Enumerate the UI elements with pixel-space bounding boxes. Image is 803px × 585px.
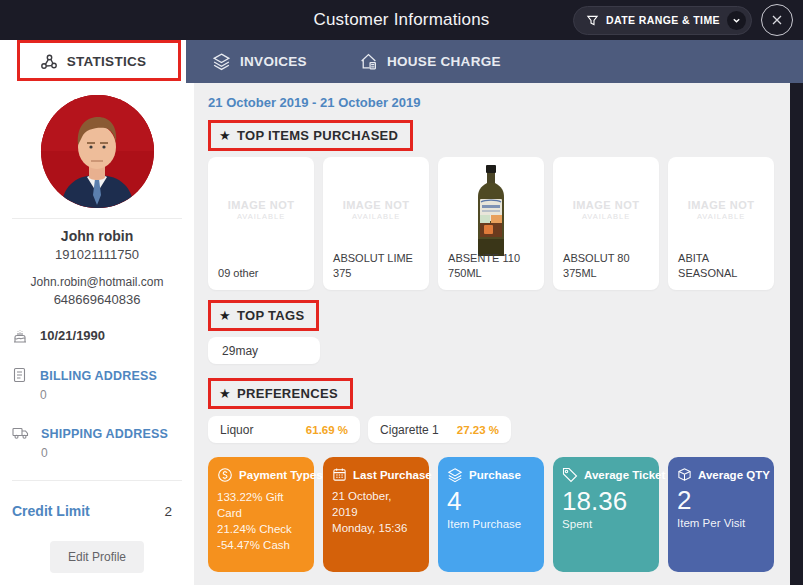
calendar-icon xyxy=(332,467,347,482)
stat-card-title: Payment Types xyxy=(239,469,323,481)
stat-line: -54.47% Cash xyxy=(217,537,305,553)
stat-card-title: Purchase xyxy=(469,469,521,481)
credit-limit-value: 2 xyxy=(165,504,173,519)
cake-icon xyxy=(12,328,28,344)
layers-icon xyxy=(447,467,463,483)
top-item-card[interactable]: IMAGE NOT AVAILABLE 09 other xyxy=(208,157,314,290)
customer-id: 191021111750 xyxy=(0,247,194,262)
annotation-box-preferences: ★ PREFERENCES xyxy=(208,378,353,409)
truck-icon xyxy=(12,425,29,440)
credit-limit-label: Credit Limit xyxy=(12,503,90,519)
item-name: 09 other xyxy=(218,266,308,280)
filter-icon xyxy=(586,14,599,27)
tab-bar: STATISTICS INVOICES HOUSE CHARGE xyxy=(0,40,803,83)
avatar xyxy=(41,95,154,208)
average-qty-card: Average QTY 2 Item Per Visit xyxy=(668,457,774,572)
network-icon xyxy=(40,53,58,71)
divider xyxy=(12,480,182,481)
stat-sublabel: Item Purchase xyxy=(447,518,535,530)
customer-informations-modal: Customer Informations DATE RANGE & TIME xyxy=(0,0,803,585)
preference-name: Cigarette 1 xyxy=(380,423,439,437)
customer-name: John robin xyxy=(0,228,194,244)
stat-line: Monday, 15:36 xyxy=(332,520,420,536)
image-not-available-placeholder: IMAGE NOT AVAILABLE xyxy=(668,199,774,221)
preference-percent: 27.23 % xyxy=(457,424,499,436)
stat-sublabel: Item Per Visit xyxy=(677,517,765,529)
tab-statistics[interactable]: STATISTICS xyxy=(0,40,186,83)
house-icon xyxy=(359,52,378,71)
last-purchase-card: Last Purchase 21 October, 2019 Monday, 1… xyxy=(323,457,429,572)
tab-label: HOUSE CHARGE xyxy=(387,54,501,69)
customer-email: John.robin@hotmail.com xyxy=(0,275,194,289)
edit-profile-button[interactable]: Edit Profile xyxy=(50,541,144,573)
stat-line: 21.24% Check xyxy=(217,521,305,537)
shipping-address-value: 0 xyxy=(41,446,168,460)
stat-card-title: Average Ticket xyxy=(584,469,665,481)
close-icon xyxy=(770,13,784,27)
modal-header: Customer Informations DATE RANGE & TIME xyxy=(0,0,803,40)
dollar-icon xyxy=(217,467,233,483)
tag-icon xyxy=(562,467,578,483)
stat-value: 2 xyxy=(677,485,765,516)
preference-pill[interactable]: Cigarette 1 27.23 % xyxy=(368,416,511,443)
layers-icon xyxy=(212,52,231,71)
stat-sublabel: Spent xyxy=(562,518,650,530)
image-not-available-placeholder: IMAGE NOT AVAILABLE xyxy=(323,199,429,221)
preference-percent: 61.69 % xyxy=(306,424,348,436)
top-item-card[interactable]: IMAGE NOT AVAILABLE ABSOLUT LIME 375 xyxy=(323,157,429,290)
preference-pill[interactable]: Liquor 61.69 % xyxy=(208,416,360,443)
top-items-row: IMAGE NOT AVAILABLE 09 other IMAGE NOT A… xyxy=(208,157,774,290)
preference-name: Liquor xyxy=(220,423,253,437)
stat-value: 4 xyxy=(447,486,535,517)
stat-card-title: Average QTY xyxy=(698,469,770,481)
top-tags-section-title: ★ TOP TAGS xyxy=(219,308,304,323)
divider xyxy=(12,218,182,219)
item-name: ABSOLUT LIME 375 xyxy=(333,251,423,280)
tab-label: STATISTICS xyxy=(67,54,147,69)
overlay-backdrop-edge xyxy=(790,83,803,585)
top-item-card[interactable]: ABSENTE 110 750ML xyxy=(438,157,544,290)
top-item-card[interactable]: IMAGE NOT AVAILABLE ABSOLUT 80 375ML xyxy=(553,157,659,290)
customer-sidebar: John robin 191021111750 John.robin@hotma… xyxy=(0,83,194,585)
box-icon xyxy=(677,467,692,482)
top-items-section-title: ★ TOP ITEMS PURCHASED xyxy=(219,128,398,143)
customer-phone: 648669640836 xyxy=(0,292,194,307)
stat-line: 133.22% Gift Card xyxy=(217,489,305,521)
date-range-button[interactable]: DATE RANGE & TIME xyxy=(573,6,752,35)
average-ticket-card: Average Ticket 18.36 Spent xyxy=(553,457,659,572)
star-icon: ★ xyxy=(219,386,231,401)
credit-limit-row: Credit Limit 2 xyxy=(0,503,194,519)
top-item-card[interactable]: IMAGE NOT AVAILABLE ABITA SEASONAL xyxy=(668,157,774,290)
star-icon: ★ xyxy=(219,308,231,323)
date-range-text: 21 October 2019 - 21 October 2019 xyxy=(208,95,774,110)
stat-cards-row: Payment Types 133.22% Gift Card 21.24% C… xyxy=(208,457,774,572)
item-name: ABSOLUT 80 375ML xyxy=(563,251,653,280)
stat-card-title: Last Purchase xyxy=(353,469,432,481)
stat-line: 21 October, 2019 xyxy=(332,488,420,520)
shipping-address-row[interactable]: SHIPPING ADDRESS 0 xyxy=(0,424,194,460)
item-name: ABITA SEASONAL xyxy=(678,251,768,280)
annotation-box-top-items: ★ TOP ITEMS PURCHASED xyxy=(208,120,413,151)
product-bottle-photo xyxy=(438,165,544,257)
birthday-row: 10/21/1990 xyxy=(0,327,194,344)
billing-address-label: BILLING ADDRESS xyxy=(40,369,157,383)
billing-address-value: 0 xyxy=(40,388,157,402)
tab-invoices[interactable]: INVOICES xyxy=(186,40,333,83)
annotation-box-top-tags: ★ TOP TAGS xyxy=(208,300,319,331)
tab-label: INVOICES xyxy=(240,54,307,69)
tag-pill[interactable]: 29may xyxy=(208,337,320,364)
item-name: ABSENTE 110 750ML xyxy=(448,251,538,280)
date-range-label: DATE RANGE & TIME xyxy=(606,14,720,26)
stat-value: 18.36 xyxy=(562,486,650,517)
shipping-address-label: SHIPPING ADDRESS xyxy=(41,427,168,441)
preferences-row: Liquor 61.69 % Cigarette 1 27.23 % xyxy=(208,416,774,443)
billing-address-row[interactable]: BILLING ADDRESS 0 xyxy=(0,366,194,402)
birthday-value: 10/21/1990 xyxy=(40,328,105,343)
preferences-section-title: ★ PREFERENCES xyxy=(219,386,338,401)
tab-house-charge[interactable]: HOUSE CHARGE xyxy=(333,40,527,83)
star-icon: ★ xyxy=(219,128,231,143)
document-icon xyxy=(12,367,28,383)
statistics-panel: 21 October 2019 - 21 October 2019 ★ TOP … xyxy=(194,83,790,585)
chevron-down-icon[interactable] xyxy=(727,11,746,30)
close-button[interactable] xyxy=(761,4,793,36)
